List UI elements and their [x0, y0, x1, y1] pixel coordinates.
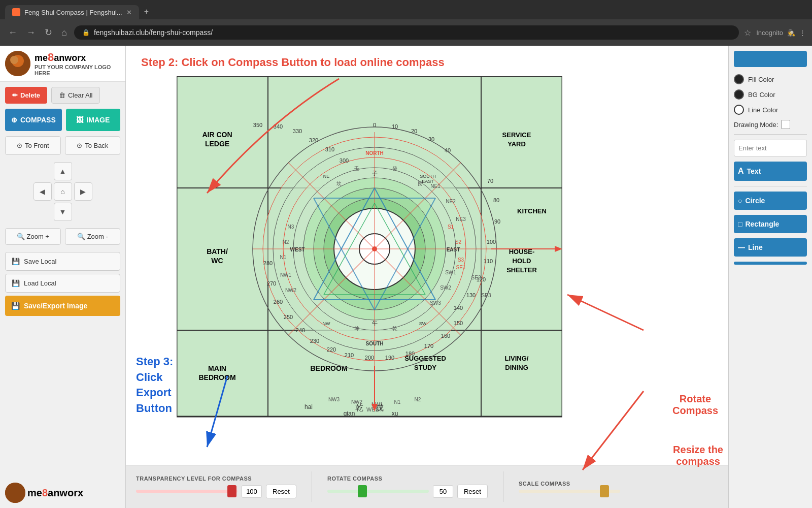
- center-button[interactable]: ⌂: [54, 182, 72, 201]
- transparency-thumb[interactable]: [227, 485, 236, 497]
- line-icon: —: [738, 243, 745, 251]
- back-button[interactable]: ←: [6, 25, 19, 40]
- home-button[interactable]: ⌂: [59, 25, 69, 40]
- down-button[interactable]: ▼: [54, 203, 72, 221]
- to-front-button[interactable]: ⊙ To Front: [5, 136, 61, 155]
- circle-button[interactable]: ○ Circle: [734, 192, 807, 210]
- svg-text:S3: S3: [458, 257, 464, 263]
- color-slider[interactable]: [734, 262, 807, 265]
- drawing-mode-toggle[interactable]: [781, 120, 790, 129]
- svg-text:YARD: YARD: [507, 140, 526, 148]
- rotate-reset-button[interactable]: Reset: [457, 485, 488, 498]
- scale-track: [519, 490, 620, 493]
- bookmark-icon[interactable]: ☆: [744, 28, 751, 38]
- svg-text:110: 110: [484, 258, 493, 264]
- svg-text:200: 200: [365, 355, 374, 361]
- svg-text:NE3: NE3: [456, 216, 466, 222]
- save-local-button[interactable]: 💾 Save Local: [5, 252, 120, 271]
- rotate-row: 50 Reset: [327, 485, 488, 498]
- incognito-icon: 🕵: [787, 29, 795, 37]
- svg-text:S1: S1: [448, 224, 454, 230]
- right-button[interactable]: ▶: [74, 182, 92, 201]
- brand-name: me8anworx: [35, 51, 120, 64]
- svg-text:250: 250: [284, 314, 293, 320]
- export-icon: 💾: [11, 302, 20, 310]
- active-tab[interactable]: Feng Shui Compass | Fengshui... ✕: [5, 5, 139, 19]
- scale-control: SCALE COMPASS: [519, 481, 620, 493]
- new-tab-button[interactable]: +: [139, 4, 154, 19]
- address-bar-row: ← → ↻ ⌂ 🔒 fengshuibazi.club/feng-shui-co…: [0, 19, 812, 46]
- zoom-in-button[interactable]: 🔍 Zoom +: [5, 228, 61, 245]
- close-tab-button[interactable]: ✕: [126, 9, 132, 16]
- refresh-button[interactable]: ↻: [43, 25, 54, 40]
- delete-button[interactable]: ✏ Delete: [5, 87, 47, 104]
- image-icon: 🖼: [76, 116, 83, 124]
- svg-text:NW1: NW1: [280, 272, 292, 278]
- compass-visualization: AIR CON LEDGE BATH/ WC MAIN BEDROOM SERV…: [177, 76, 562, 432]
- svg-text:乾: 乾: [392, 326, 397, 331]
- delete-icon: ✏: [12, 91, 18, 99]
- logo-image: [5, 51, 30, 76]
- forward-button[interactable]: →: [24, 25, 38, 40]
- lock-icon: 🔒: [82, 29, 90, 36]
- load-local-icon: 💾: [12, 279, 20, 287]
- zoom-out-button[interactable]: 🔍 Zoom -: [65, 228, 121, 245]
- rotate-thumb[interactable]: [358, 485, 367, 497]
- image-button[interactable]: 🖼 IMAGE: [66, 109, 120, 131]
- to-back-button[interactable]: ⊙ To Back: [65, 136, 121, 155]
- fill-color-option[interactable]: Fill Color: [734, 74, 807, 84]
- compass-button[interactable]: ⊕ COMPASS: [5, 109, 62, 131]
- rotate-compass-label: RotateCompass: [672, 393, 718, 417]
- svg-text:80: 80: [493, 197, 499, 203]
- svg-text:340: 340: [274, 123, 283, 130]
- canvas-area: Step 2: Click on Compass Button to load …: [126, 46, 728, 508]
- svg-text:260: 260: [274, 299, 283, 305]
- compass-svg: AIR CON LEDGE BATH/ WC MAIN BEDROOM SERV…: [177, 76, 562, 432]
- up-button[interactable]: ▲: [54, 162, 72, 180]
- clear-all-button[interactable]: 🗑 Clear All: [51, 87, 100, 104]
- enter-text-input[interactable]: [734, 140, 807, 156]
- scale-thumb[interactable]: [600, 485, 609, 497]
- save-export-button[interactable]: 💾 Save/Export Image: [5, 296, 120, 316]
- load-local-button[interactable]: 💾 Load Local: [5, 274, 120, 293]
- text-button[interactable]: A Text: [734, 162, 807, 181]
- transparency-value[interactable]: 100: [242, 485, 262, 498]
- svg-text:90: 90: [494, 218, 500, 225]
- svg-text:LIVING/: LIVING/: [505, 355, 529, 362]
- arrow-controls: ▲ ◀ ⌂ ▶ ▼: [0, 160, 125, 226]
- resize-compass-label: Resize thecompass: [673, 444, 723, 467]
- bg-color-swatch: [734, 89, 744, 100]
- left-button[interactable]: ◀: [33, 182, 52, 201]
- fill-color-swatch: [734, 74, 744, 84]
- step3-instruction: Step 3:ClickExportButton: [136, 354, 173, 417]
- company-tagline: PUT YOUR COMPANY LOGO HERE: [35, 64, 120, 76]
- fill-color-label: Fill Color: [748, 76, 774, 83]
- line-button[interactable]: — Line: [734, 238, 807, 257]
- compass-icon: ⊕: [11, 116, 17, 124]
- svg-text:坎: 坎: [336, 181, 342, 186]
- svg-text:AIR CON: AIR CON: [202, 131, 232, 139]
- svg-text:xu: xu: [392, 410, 398, 417]
- line-color-option[interactable]: Line Color: [734, 105, 807, 115]
- rotate-value[interactable]: 50: [433, 485, 453, 498]
- svg-text:40: 40: [445, 147, 451, 153]
- svg-text:NE2: NE2: [446, 199, 456, 204]
- tab-title: Feng Shui Compass | Fengshui...: [24, 9, 122, 16]
- rotate-control: ROTATE COMPASS 50 Reset: [327, 475, 488, 498]
- line-color-label: Line Color: [748, 106, 778, 114]
- address-bar[interactable]: 🔒 fengshuibazi.club/feng-shui-compass/: [74, 25, 739, 40]
- transparency-label: TRANSPARENCY LEVEL FOR COMPASS: [136, 475, 296, 482]
- svg-text:NE1: NE1: [430, 183, 441, 189]
- menu-icon[interactable]: ⋮: [799, 29, 806, 37]
- tab-bar: Feng Shui Compass | Fengshui... ✕ +: [0, 0, 812, 19]
- compass-image-row: ⊕ COMPASS 🖼 IMAGE: [0, 109, 125, 136]
- text-icon: A: [738, 167, 744, 176]
- toolbar-row: ✏ Delete 🗑 Clear All: [0, 82, 125, 109]
- svg-text:170: 170: [424, 343, 433, 349]
- rectangle-button[interactable]: □ Rectangle: [734, 215, 807, 233]
- transparency-reset-button[interactable]: Reset: [266, 485, 296, 498]
- svg-text:350: 350: [253, 122, 262, 128]
- bg-color-option[interactable]: BG Color: [734, 89, 807, 100]
- svg-text:BEDROOM: BEDROOM: [310, 364, 347, 372]
- svg-text:SW2: SW2: [440, 285, 451, 291]
